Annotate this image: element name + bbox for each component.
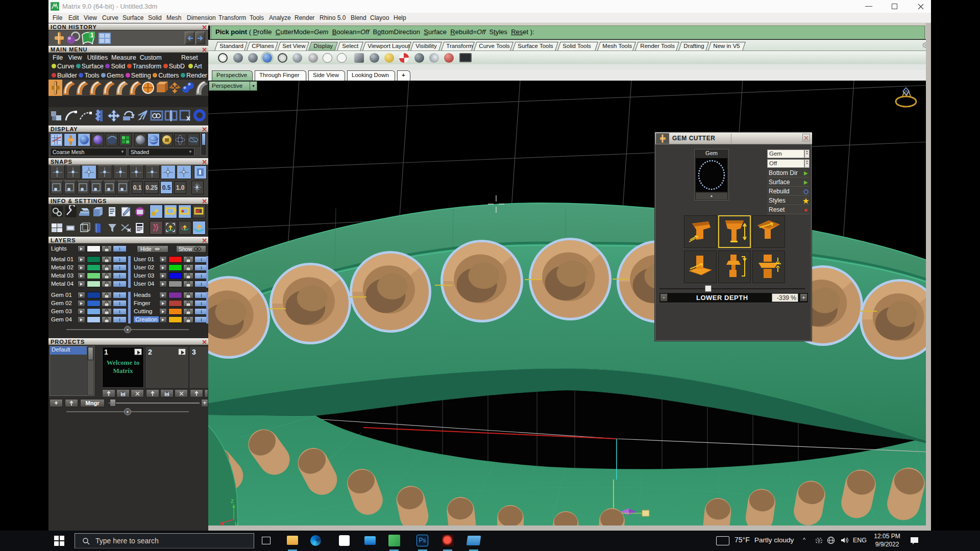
svg-text:u: u [235,520,238,525]
svg-text:z: z [231,497,234,505]
svg-text:1: 1 [90,32,94,39]
